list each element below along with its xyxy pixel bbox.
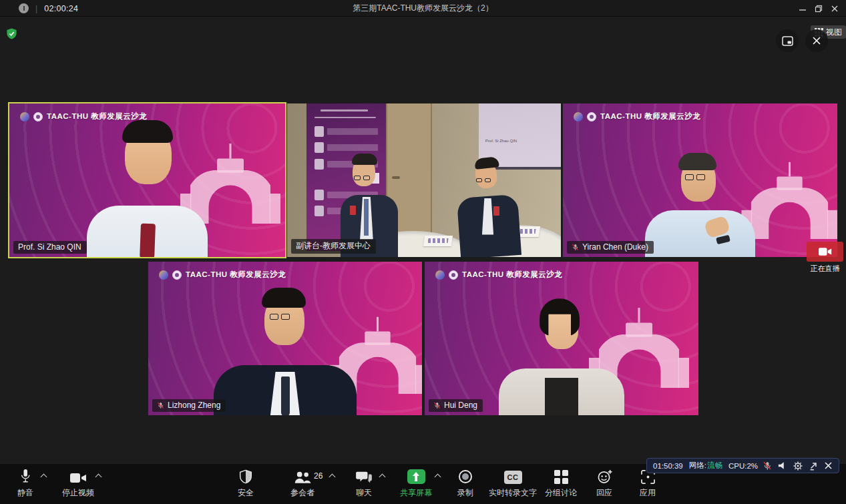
restore-icon [815, 5, 823, 13]
record-label: 录制 [457, 487, 473, 499]
breakout-grid-icon [554, 468, 568, 484]
name-tag: Prof. Si Zhao QIN [13, 241, 87, 254]
taac-logo-icon [20, 112, 29, 121]
stream-status-panel: 01:50:39 网络: 流畅 CPU:2% [646, 458, 839, 473]
network-label: 网络: [689, 461, 706, 471]
stop-video-button[interactable]: 停止视频 [41, 468, 115, 499]
video-tile-qin[interactable]: TAAC-THU 教师发展云沙龙 Prof. Si Zhao QIN [9, 103, 285, 257]
brand-text: TAAC-THU 教师发展云沙龙 [600, 111, 700, 121]
close-icon [831, 5, 839, 13]
participants-count: 26 [314, 471, 323, 481]
share-screen-icon [407, 469, 425, 484]
live-stream-label: 正在直播 [807, 264, 843, 274]
close-overlay-button[interactable] [805, 29, 828, 52]
minimize-button[interactable] [795, 0, 811, 17]
security-label: 安全 [238, 487, 254, 499]
brand-text: TAAC-THU 教师发展云沙龙 [462, 270, 562, 280]
panel-speaker-icon[interactable] [778, 461, 787, 470]
minimize-to-pip-button[interactable] [776, 29, 799, 52]
title-bar: | 02:00:24 第三期TAAC-THU教师发展云沙龙（2） [0, 0, 846, 17]
taac-logo-icon [435, 270, 445, 280]
pip-icon [782, 36, 793, 46]
muted-mic-icon [572, 243, 579, 252]
brand-text: TAAC-THU 教师发展云沙龙 [186, 270, 286, 280]
projected-name-text: Prof. Si Zhao QIN [485, 139, 517, 143]
window-title: 第三期TAAC-THU教师发展云沙龙（2） [0, 0, 846, 17]
panel-expand-icon[interactable] [809, 461, 818, 471]
apps-label: 应用 [640, 487, 656, 499]
video-tile-deng[interactable]: TAAC-THU 教师发展云沙龙 Hui Deng [425, 262, 698, 415]
participant-name: 副讲台-教师发展中心 [296, 240, 371, 252]
taac-logo-icon [159, 270, 168, 280]
participant-name: Prof. Si Zhao QIN [18, 242, 81, 252]
restore-button[interactable] [811, 0, 827, 17]
network-status-value: 流畅 [707, 461, 722, 471]
panel-settings-gear-icon[interactable] [793, 461, 803, 471]
name-tag: 副讲台-教师发展中心 [291, 239, 376, 254]
stop-video-label: 停止视频 [62, 487, 94, 499]
participant-video-zheng [148, 262, 422, 415]
record-icon [458, 468, 473, 484]
cc-icon: CC [504, 471, 522, 484]
reaction-smiley-icon [597, 468, 612, 484]
participants-icon [294, 468, 311, 484]
virtual-bg-brand: TAAC-THU 教师发展云沙龙 [159, 270, 286, 280]
cpu-usage: CPU:2% [728, 462, 758, 470]
thu-logo-icon [172, 270, 182, 280]
participant-name: Yiran Chen (Duke) [582, 242, 648, 252]
meeting-window: | 02:00:24 第三期TAAC-THU教师发展云沙龙（2） 视图 [0, 0, 846, 504]
shield-icon [239, 468, 252, 484]
chat-label: 聊天 [356, 487, 372, 499]
video-tile-zheng[interactable]: TAAC-THU 教师发展云沙龙 Lizhong Zheng [148, 262, 422, 415]
video-options-chevron[interactable] [96, 473, 101, 479]
stream-duration: 01:50:39 [653, 462, 683, 470]
name-tag: Lizhong Zheng [152, 399, 226, 412]
panel-muted-mic-icon[interactable] [763, 461, 772, 471]
thu-logo-icon [449, 270, 458, 280]
muted-mic-icon [157, 401, 164, 410]
mute-label: 静音 [17, 487, 33, 499]
virtual-bg-brand: TAAC-THU 教师发展云沙龙 [435, 270, 562, 280]
reactions-label: 回应 [596, 487, 612, 499]
name-tag: Hui Deng [429, 399, 483, 412]
thu-logo-icon [587, 112, 596, 121]
panel-close-icon[interactable] [824, 461, 833, 470]
taac-logo-icon [574, 112, 583, 121]
participant-video-deng [425, 262, 698, 415]
participant-video-qin [9, 103, 285, 257]
close-x-icon [812, 36, 821, 45]
chat-bubble-icon [356, 468, 372, 484]
video-tile-chen[interactable]: TAAC-THU 教师发展云沙龙 Yiran Chen (Duke) [563, 103, 837, 257]
view-button-label: 视图 [826, 27, 842, 38]
participant-name: Hui Deng [444, 401, 477, 410]
stage-person-right [446, 156, 528, 257]
brand-text: TAAC-THU 教师发展云沙龙 [47, 111, 147, 121]
name-tag: Yiran Chen (Duke) [567, 241, 654, 254]
video-camera-icon [69, 468, 87, 484]
close-window-button[interactable] [827, 0, 843, 17]
streaming-camera-icon [819, 247, 832, 256]
microphone-icon [19, 468, 32, 484]
security-shield-icon[interactable] [5, 27, 18, 40]
muted-mic-icon [433, 401, 441, 410]
minimize-icon [799, 5, 807, 13]
virtual-bg-brand: TAAC-THU 教师发展云沙龙 [574, 111, 700, 121]
participants-label: 参会者 [290, 487, 314, 499]
participant-video-chen [563, 103, 837, 257]
share-screen-label: 共享屏幕 [400, 487, 432, 499]
thu-logo-icon [33, 112, 43, 121]
live-stream-badge [807, 242, 843, 262]
video-tile-stage[interactable]: Prof. Si Zhao QIN 副讲台-教师发展中心 [287, 103, 561, 257]
live-stream-indicator: 正在直播 [807, 242, 843, 274]
participant-name: Lizhong Zheng [168, 401, 220, 410]
virtual-bg-brand: TAAC-THU 教师发展云沙龙 [20, 111, 147, 121]
